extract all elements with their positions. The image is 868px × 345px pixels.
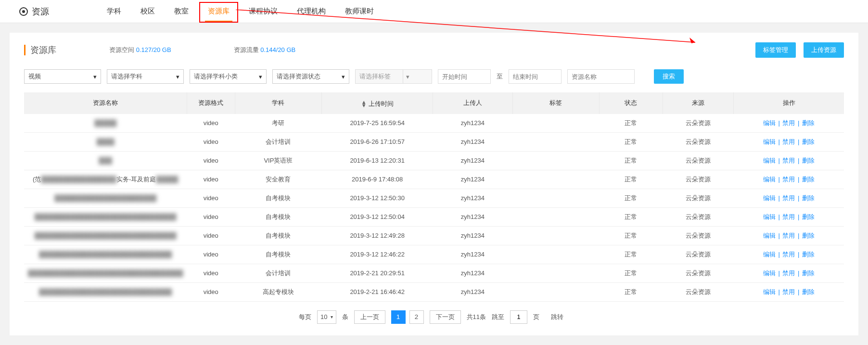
cell-actions: 编辑 | 禁用 | 删除 — [734, 264, 844, 282]
cell-subject: 高起专模块 — [235, 282, 322, 301]
traffic-stat: 资源流量 0.144/20 GB — [234, 46, 296, 54]
nav-tab-6[interactable]: 教师课时 — [345, 1, 374, 22]
disable-link[interactable]: 禁用 — [782, 232, 795, 239]
jump-label: 跳至 — [492, 313, 504, 321]
subject-select[interactable]: 请选择学科 — [107, 69, 184, 84]
cell-status: 正常 — [600, 207, 663, 226]
cell-uploader: zyh1234 — [433, 207, 513, 226]
disable-link[interactable]: 禁用 — [782, 213, 795, 220]
delete-link[interactable]: 删除 — [802, 138, 815, 145]
tag-manage-button[interactable]: 标签管理 — [755, 42, 796, 58]
delete-link[interactable]: 删除 — [802, 194, 815, 202]
prev-page-button[interactable]: 上一页 — [354, 310, 385, 324]
delete-link[interactable]: 删除 — [802, 119, 815, 127]
tag-select[interactable]: 请选择标签▾ — [355, 69, 432, 84]
nav-title: 资源 — [32, 6, 49, 17]
cell-status: 正常 — [600, 189, 663, 207]
nav-tab-3[interactable]: 资源库 — [208, 1, 230, 22]
main-content: 资源库 资源空间 0.127/20 GB 资源流量 0.144/20 GB 标签… — [0, 23, 868, 345]
jump-page-input[interactable] — [510, 310, 527, 324]
status-select[interactable]: 请选择资源状态 — [272, 69, 349, 84]
next-page-button[interactable]: 下一页 — [430, 310, 461, 324]
cell-source: 云朵资源 — [663, 226, 734, 245]
cell-format: video — [187, 170, 235, 189]
cell-time: 2019-3-12 12:50:04 — [322, 207, 433, 226]
upload-resource-button[interactable]: 上传资源 — [804, 42, 844, 58]
per-page-select[interactable]: 10 — [317, 310, 336, 324]
traffic-label: 资源流量 — [234, 46, 259, 53]
jump-button[interactable]: 跳转 — [545, 310, 569, 324]
subcategory-select[interactable]: 请选择学科小类 — [190, 69, 267, 84]
start-date-input[interactable] — [438, 69, 491, 84]
cell-subject: 会计培训 — [235, 132, 322, 151]
nav-tab-5[interactable]: 代理机构 — [297, 1, 326, 22]
cell-format: video — [187, 151, 235, 170]
cell-time: 2019-3-12 12:46:22 — [322, 245, 433, 264]
delete-link[interactable]: 删除 — [802, 269, 815, 277]
edit-link[interactable]: 编辑 — [763, 213, 776, 220]
cell-source: 云朵资源 — [663, 245, 734, 264]
col-header-6: 状态 — [600, 92, 663, 114]
disable-link[interactable]: 禁用 — [782, 119, 795, 127]
delete-link[interactable]: 删除 — [802, 251, 815, 258]
delete-link[interactable]: 删除 — [802, 288, 815, 295]
cell-time: 2019-3-12 12:49:28 — [322, 226, 433, 245]
page-number-2[interactable]: 2 — [409, 310, 424, 324]
disable-link[interactable]: 禁用 — [782, 176, 795, 183]
cell-source: 云朵资源 — [663, 170, 734, 189]
nav-tab-0[interactable]: 学科 — [107, 1, 121, 22]
edit-link[interactable]: 编辑 — [763, 194, 776, 202]
nav-tab-2[interactable]: 教室 — [174, 1, 189, 22]
edit-link[interactable]: 编辑 — [763, 232, 776, 239]
edit-link[interactable]: 编辑 — [763, 269, 776, 277]
delete-link[interactable]: 删除 — [802, 213, 815, 220]
page-header: 资源库 资源空间 0.127/20 GB 资源流量 0.144/20 GB 标签… — [24, 42, 844, 58]
pagination: 每页 10 条 上一页 12 下一页 共11条 跳至 页 跳转 — [24, 302, 844, 326]
cell-status: 正常 — [600, 245, 663, 264]
col-header-0: 资源名称 — [24, 92, 187, 114]
edit-link[interactable]: 编辑 — [763, 288, 776, 295]
cell-time: 2019-7-25 16:59:54 — [322, 114, 433, 133]
edit-link[interactable]: 编辑 — [763, 119, 776, 127]
page-number-1[interactable]: 1 — [391, 310, 406, 324]
edit-link[interactable]: 编辑 — [763, 157, 776, 164]
nav-tab-1[interactable]: 校区 — [140, 1, 155, 22]
resource-name-input[interactable] — [567, 69, 635, 84]
end-date-input[interactable] — [509, 69, 562, 84]
delete-link[interactable]: 删除 — [802, 232, 815, 239]
to-label: 至 — [497, 72, 503, 81]
cell-tag — [512, 226, 599, 245]
filter-row: 视频 请选择学科 请选择学科小类 请选择资源状态 请选择标签▾ 至 搜索 — [24, 69, 844, 84]
table-row: ███████████████████████████████████video… — [24, 264, 844, 282]
top-nav: 资源 学科校区教室资源库课程协议代理机构教师课时 — [0, 0, 868, 23]
cell-actions: 编辑 | 禁用 | 删除 — [734, 207, 844, 226]
search-button[interactable]: 搜索 — [654, 69, 684, 84]
delete-link[interactable]: 删除 — [802, 157, 815, 164]
cell-time: 2019-2-21 20:29:51 — [322, 264, 433, 282]
disable-link[interactable]: 禁用 — [782, 251, 795, 258]
disable-link[interactable]: 禁用 — [782, 269, 795, 277]
cell-source: 云朵资源 — [663, 264, 734, 282]
disable-link[interactable]: 禁用 — [782, 288, 795, 295]
type-select[interactable]: 视频 — [24, 69, 101, 84]
disable-link[interactable]: 禁用 — [782, 194, 795, 202]
nav-tab-4[interactable]: 课程协议 — [249, 1, 278, 22]
edit-link[interactable]: 编辑 — [763, 138, 776, 145]
cell-actions: 编辑 | 禁用 | 删除 — [734, 114, 844, 133]
cell-uploader: zyh1234 — [433, 151, 513, 170]
cell-tag — [512, 170, 599, 189]
edit-link[interactable]: 编辑 — [763, 251, 776, 258]
delete-link[interactable]: 删除 — [802, 176, 815, 183]
cell-name: ██████████████████████████████ — [24, 245, 187, 264]
cell-status: 正常 — [600, 132, 663, 151]
table-row: ████████████████████████████████video自考模… — [24, 226, 844, 245]
cell-name: ██████████████████████████████ — [24, 282, 187, 301]
disable-link[interactable]: 禁用 — [782, 138, 795, 145]
edit-link[interactable]: 编辑 — [763, 176, 776, 183]
disable-link[interactable]: 禁用 — [782, 157, 795, 164]
cell-actions: 编辑 | 禁用 | 删除 — [734, 226, 844, 245]
table-row: █████video考研2019-7-25 16:59:54zyh1234正常云… — [24, 114, 844, 133]
title-accent-bar — [24, 45, 26, 55]
col-header-3[interactable]: ▲▼上传时间 — [322, 92, 433, 114]
total-count: 共11条 — [467, 313, 486, 321]
